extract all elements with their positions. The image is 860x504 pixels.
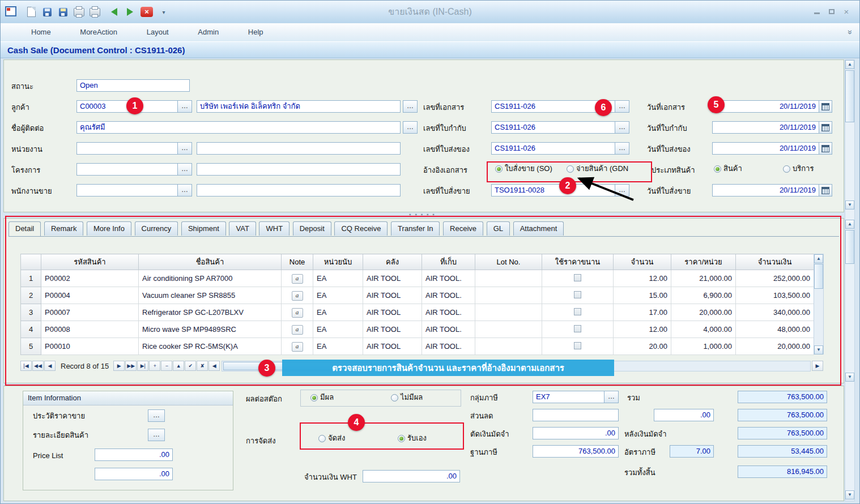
nav-last-button[interactable]: ▶|	[137, 361, 148, 371]
deposit-cut-field[interactable]: .00	[533, 427, 619, 439]
doc-no-lookup-button[interactable]: …	[615, 100, 629, 113]
radio-ref-so[interactable]	[495, 165, 503, 173]
salesperson-name-field[interactable]	[197, 184, 401, 197]
col-unit[interactable]: หน่วยนับ	[313, 254, 363, 270]
tab-shipment[interactable]: Shipment	[181, 221, 226, 236]
hscroll-right-arrow[interactable]: ▶	[812, 361, 823, 371]
col-amount[interactable]: จำนวนเงิน	[736, 254, 814, 270]
print-preview-icon[interactable]	[72, 5, 86, 19]
table-row[interactable]: 2 P00004 Vacuum cleaner SP SR8855 a EA A…	[21, 287, 814, 304]
status-field[interactable]: Open	[76, 79, 190, 92]
radio-pickup[interactable]	[398, 435, 405, 442]
note-button[interactable]: a	[292, 342, 303, 352]
note-button[interactable]: a	[292, 308, 303, 318]
tab-deposit[interactable]: Deposit	[293, 221, 331, 236]
minimize-button[interactable]	[811, 7, 823, 16]
tab-remark[interactable]: Remark	[44, 221, 84, 236]
discount-field[interactable]	[533, 409, 619, 421]
col-use-parallel-price[interactable]: ใช้ราคาขนาน	[542, 254, 614, 270]
print-icon[interactable]	[88, 5, 101, 19]
tab-detail[interactable]: Detail	[8, 221, 41, 236]
tax-invoice-date-calendar-icon[interactable]	[819, 121, 832, 134]
table-row[interactable]: 3 P00007 Refrigerator SP GC-L207BLXV a E…	[21, 304, 814, 321]
tab-vat[interactable]: VAT	[229, 221, 256, 236]
customer-lookup-button[interactable]: …	[177, 100, 192, 113]
close-document-icon[interactable]: ×	[140, 5, 154, 19]
nav-confirm-button[interactable]: ✔	[185, 361, 196, 371]
radio-stock-affect[interactable]	[310, 394, 318, 402]
doc-date-field[interactable]: 20/11/2019	[712, 100, 819, 113]
tax-rate-field[interactable]: 7.00	[670, 445, 714, 458]
tax-invoice-lookup-button[interactable]: …	[615, 121, 629, 134]
menu-admin[interactable]: Admin	[184, 23, 232, 41]
sale-order-date-calendar-icon[interactable]	[819, 184, 832, 197]
collapse-ribbon-icon[interactable]: »	[841, 30, 859, 35]
customer-name-field[interactable]: บริษัท เพอร์เฟค อิเล็คทริก จำกัด	[197, 100, 401, 113]
salesperson-lookup-button[interactable]: …	[177, 184, 192, 197]
radio-type-service[interactable]	[783, 165, 790, 173]
use-parallel-price-checkbox[interactable]	[574, 291, 581, 298]
contact-lookup-button[interactable]: …	[403, 121, 418, 134]
table-row[interactable]: 5 P00010 Rice cooker SP RC-5MS(K)A a EA …	[21, 338, 814, 355]
maximize-button[interactable]	[825, 7, 838, 16]
nav-edit-button[interactable]: ▲	[173, 361, 184, 371]
project-code-field[interactable]	[76, 163, 178, 176]
doc-date-calendar-icon[interactable]	[819, 100, 832, 113]
radio-deliver[interactable]	[318, 435, 326, 442]
radio-type-goods[interactable]	[714, 165, 721, 173]
delivery-note-no-field[interactable]: CS1911-026	[491, 142, 615, 155]
item-detail-button[interactable]: …	[148, 429, 165, 441]
menu-moreaction[interactable]: MoreAction	[66, 23, 131, 41]
menu-help[interactable]: Help	[235, 23, 277, 41]
col-note[interactable]: Note	[282, 254, 313, 270]
vertical-scrollbar[interactable]: ▲ ▼ ▲ ▼ ▼	[845, 59, 855, 501]
project-lookup-button[interactable]: …	[177, 163, 192, 176]
department-code-field[interactable]	[76, 142, 178, 155]
table-row[interactable]: 4 P00008 Micro wave SP MP9489SRC a EA AI…	[21, 321, 814, 338]
contact-field[interactable]: คุณรัศมี	[76, 121, 401, 134]
col-qty[interactable]: จำนวน	[614, 254, 671, 270]
col-row-no[interactable]	[21, 254, 41, 270]
nav-append-button[interactable]: +	[149, 361, 160, 371]
salesperson-code-field[interactable]	[76, 184, 178, 197]
col-code[interactable]: รหัสสินค้า	[41, 254, 139, 270]
tab-more-info[interactable]: More Info	[87, 221, 131, 236]
tab-gl[interactable]: GL	[487, 221, 510, 236]
note-button[interactable]: a	[292, 291, 303, 301]
panel-splitter[interactable]: ▪ ▪ ▪ ▪ ▪	[1, 212, 844, 218]
radio-stock-no-affect[interactable]	[391, 394, 398, 402]
note-button[interactable]: a	[292, 274, 303, 284]
use-parallel-price-checkbox[interactable]	[574, 342, 581, 349]
menu-layout[interactable]: Layout	[133, 23, 182, 41]
nav-first-button[interactable]: |◀	[20, 361, 32, 371]
tax-base-field[interactable]: 763,500.00	[533, 445, 619, 458]
discount-amount-field[interactable]: .00	[654, 409, 714, 421]
table-row[interactable]: 1 P00002 Air conditioning SP AR7000 a EA…	[21, 270, 814, 287]
note-button[interactable]: a	[292, 325, 303, 335]
close-button[interactable]: ×	[840, 7, 853, 16]
use-parallel-price-checkbox[interactable]	[574, 308, 581, 315]
nav-next-button[interactable]: ▶	[113, 361, 125, 371]
back-icon[interactable]	[107, 5, 121, 19]
col-lot[interactable]: Lot No.	[475, 254, 542, 270]
use-parallel-price-checkbox[interactable]	[574, 274, 581, 281]
tab-attachment[interactable]: Attachment	[513, 221, 564, 236]
tab-cq-receive[interactable]: CQ Receive	[334, 221, 388, 236]
delivery-note-lookup-button[interactable]: …	[615, 142, 629, 155]
delivery-note-date-field[interactable]: 20/11/2019	[712, 142, 819, 155]
nav-next-page-button[interactable]: ▶▶	[125, 361, 137, 371]
new-document-icon[interactable]	[24, 5, 38, 19]
customer-name-lookup-button[interactable]: …	[403, 100, 418, 113]
department-name-field[interactable]	[197, 142, 401, 155]
col-unit-price[interactable]: ราคา/หน่วย	[671, 254, 736, 270]
wht-amount-field[interactable]: .00	[363, 470, 460, 482]
tax-invoice-no-field[interactable]: CS1911-026	[491, 121, 615, 134]
toolbar-overflow-icon[interactable]: ▾	[157, 5, 171, 19]
tab-transfer-in[interactable]: Transfer In	[391, 221, 440, 236]
grid-scrollbar[interactable]: ▲ ▼	[814, 254, 824, 354]
price-list-field[interactable]: .00	[95, 449, 173, 461]
nav-delete-button[interactable]: −	[161, 361, 172, 371]
department-lookup-button[interactable]: …	[177, 142, 192, 155]
save-icon[interactable]	[40, 5, 54, 19]
tax-group-field[interactable]: EX7	[533, 391, 604, 403]
